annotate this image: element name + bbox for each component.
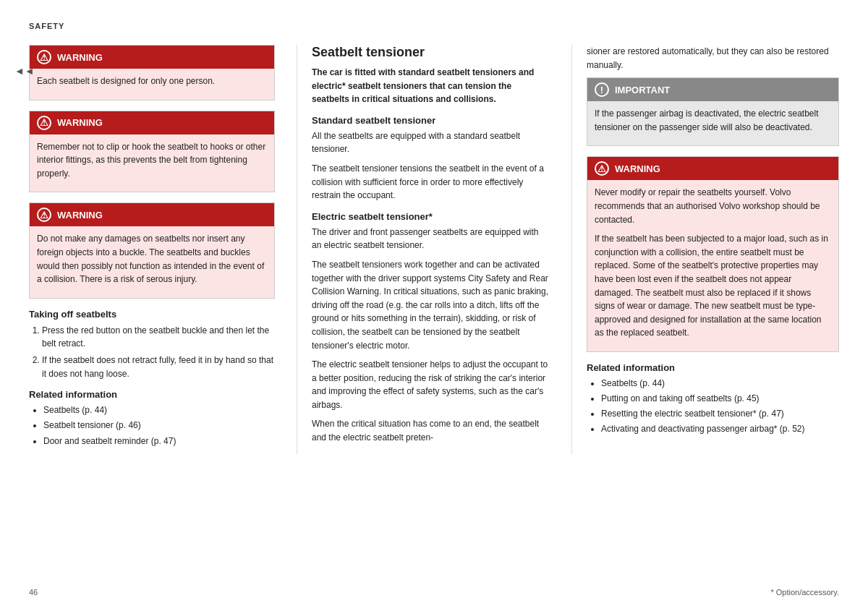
step-2: If the seatbelt does not retract fully, … xyxy=(42,354,275,380)
warning-box-1: WARNING Each seatbelt is designed for on… xyxy=(29,45,275,101)
standard-heading: Standard seatbelt tensioner xyxy=(312,115,550,126)
warning-body-right: Never modify or repair the seatbelts you… xyxy=(587,180,838,351)
page-number: 46 xyxy=(29,588,38,597)
middle-intro: The car is fitted with standard seatbelt… xyxy=(312,66,550,106)
warning-box-2: WARNING Remember not to clip or hook the… xyxy=(29,111,275,193)
middle-intro-bold: The car is fitted with standard seatbelt… xyxy=(312,67,534,104)
page-header: SAFETY xyxy=(29,22,839,30)
warning-box-right: WARNING Never modify or repair the seatb… xyxy=(587,156,839,352)
important-label: IMPORTANT xyxy=(615,85,670,95)
page-footer: 46 * Option/accessory. xyxy=(29,588,839,597)
warning-text-1: Each seatbelt is designed for only one p… xyxy=(37,74,267,88)
warning-header-1: WARNING xyxy=(30,46,274,69)
important-box: ! IMPORTANT If the passenger airbag is d… xyxy=(587,77,839,146)
important-header: ! IMPORTANT xyxy=(587,78,838,101)
warning-icon-3 xyxy=(37,208,51,222)
main-heading: Seatbelt tensioner xyxy=(312,45,550,60)
standard-para1: All the seatbelts are equipped with a st… xyxy=(312,129,550,156)
right-related-item-1: Seatbelts (p. 44) xyxy=(601,377,839,390)
main-columns: WARNING Each seatbelt is designed for on… xyxy=(29,45,839,454)
warning-body-3: Do not make any damages on seatbelts nor… xyxy=(30,226,274,297)
footer-note: * Option/accessory. xyxy=(770,588,839,597)
middle-column: Seatbelt tensioner The car is fitted wit… xyxy=(297,45,571,454)
warning-header-right: WARNING xyxy=(587,157,838,180)
step-1: Press the red button on the seatbelt buc… xyxy=(42,324,275,351)
warning-label-right: WARNING xyxy=(615,163,660,174)
warning-label-3: WARNING xyxy=(57,210,103,221)
warning-icon-1 xyxy=(37,50,51,64)
right-column: sioner are restored automatically, but t… xyxy=(571,45,839,454)
right-continued: sioner are restored automatically, but t… xyxy=(587,45,839,72)
electric-para2: The seatbelt tensioners work together an… xyxy=(312,258,550,352)
warning-header-2: WARNING xyxy=(30,111,274,134)
warning-label-2: WARNING xyxy=(57,117,103,128)
warning-text-2: Remember not to clip or hook the seatbel… xyxy=(37,140,267,181)
warning-text-right-2: If the seatbelt has been subjected to a … xyxy=(595,232,831,340)
page: SAFETY ◄◄ WARNING Each seatbelt is desig… xyxy=(0,0,868,611)
electric-para4: When the critical situation has come to … xyxy=(312,417,550,444)
left-related-item-2: Seatbelt tensioner (p. 46) xyxy=(43,419,275,432)
warning-text-right-1: Never modify or repair the seatbelts you… xyxy=(595,186,831,226)
warning-icon-2 xyxy=(37,116,51,130)
electric-para3: The electric seatbelt tensioner helps to… xyxy=(312,358,550,411)
warning-label-1: WARNING xyxy=(57,52,103,63)
right-related-title: Related information xyxy=(587,362,839,373)
right-related-item-3: Resetting the electric seatbelt tensione… xyxy=(601,407,839,421)
warning-header-3: WARNING xyxy=(30,203,274,226)
left-column: WARNING Each seatbelt is designed for on… xyxy=(29,45,297,454)
back-arrow: ◄◄ xyxy=(14,65,35,77)
warning-body-1: Each seatbelt is designed for only one p… xyxy=(30,69,274,100)
electric-heading: Electric seatbelt tensioner* xyxy=(312,211,550,222)
important-text: If the passenger airbag is deactivated, … xyxy=(595,107,831,134)
warning-box-3: WARNING Do not make any damages on seatb… xyxy=(29,202,275,298)
left-related-item-1: Seatbelts (p. 44) xyxy=(43,403,275,417)
right-related-item-4: Activating and deactivating passenger ai… xyxy=(601,422,839,436)
warning-body-2: Remember not to clip or hook the seatbel… xyxy=(30,134,274,192)
left-related-title: Related information xyxy=(29,389,275,400)
left-related-item-3: Door and seatbelt reminder (p. 47) xyxy=(43,435,275,448)
important-body: If the passenger airbag is deactivated, … xyxy=(587,101,838,145)
standard-para2: The seatbelt tensioner tensions the seat… xyxy=(312,162,550,202)
left-related-list: Seatbelts (p. 44) Seatbelt tensioner (p.… xyxy=(29,403,275,448)
right-related-item-2: Putting on and taking off seatbelts (p. … xyxy=(601,392,839,406)
taking-off-steps: Press the red button on the seatbelt buc… xyxy=(29,324,275,380)
warning-text-3: Do not make any damages on seatbelts nor… xyxy=(37,232,267,286)
warning-icon-right xyxy=(595,161,609,176)
right-related-list: Seatbelts (p. 44) Putting on and taking … xyxy=(587,377,839,437)
important-icon: ! xyxy=(595,82,609,97)
taking-off-title: Taking off seatbelts xyxy=(29,309,275,320)
electric-para1: The driver and front passenger seatbelts… xyxy=(312,226,550,252)
